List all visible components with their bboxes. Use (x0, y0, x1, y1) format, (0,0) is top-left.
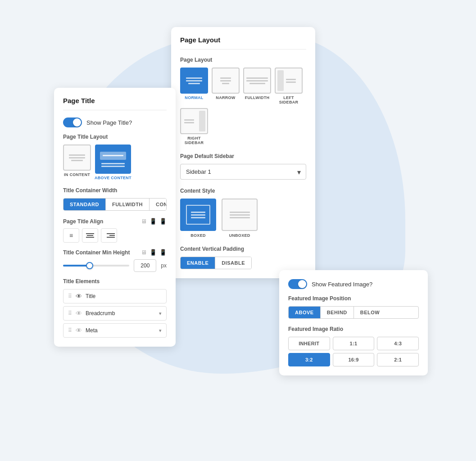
thumb-line (101, 166, 124, 167)
thumb-line (186, 77, 203, 79)
title-thumb-above-content[interactable] (95, 145, 131, 174)
align-right-btn[interactable] (101, 228, 117, 243)
position-above-btn[interactable]: ABOVE (289, 307, 320, 318)
thumb-line (286, 79, 296, 80)
ratio-section-label: Featured Image Ratio (288, 326, 419, 332)
drag-handle[interactable]: ⠿ (68, 327, 72, 334)
layout-option-right-sidebar[interactable]: RIGHTSIDEBAR (180, 108, 208, 145)
ratio-inherit-btn[interactable]: INHERIT (288, 337, 330, 350)
title-element-breadcrumb: ⠿ 👁 Breadcrumb ▾ (63, 306, 167, 321)
chevron-down-meta[interactable]: ▾ (159, 328, 162, 334)
page-layout-panel: Page Layout Page Layout NORMAL NARROW (171, 27, 315, 278)
layout-label-normal: NORMAL (185, 95, 203, 100)
drag-handle[interactable]: ⠿ (68, 293, 72, 299)
element-name-title: Title (86, 293, 162, 299)
layout-option-fullwidth[interactable]: FULLWIDTH (243, 68, 271, 104)
padding-section-label: Content Vertical Padding (180, 246, 306, 252)
mobile-icon-2[interactable]: 📱 (159, 249, 167, 256)
layout-thumb-narrow[interactable] (212, 68, 240, 94)
content-label-unboxed: UNBOXED (229, 233, 250, 238)
layout-option-narrow[interactable]: NARROW (212, 68, 240, 104)
title-layout-label: Page Title Layout (63, 134, 167, 140)
title-layout-label-in-content: IN CONTENT (64, 172, 90, 177)
thumb-line (188, 83, 199, 84)
thumb-line (191, 214, 205, 216)
tablet-icon[interactable]: 📱 (150, 218, 157, 225)
align-center-btn[interactable] (82, 228, 98, 243)
ratio-grid: INHERIT 1:1 4:3 3:2 16:9 2:1 (288, 337, 419, 366)
position-btn-group: ABOVE BEHIND BELOW (288, 306, 419, 319)
slider-thumb[interactable] (86, 262, 93, 269)
eye-slash-icon-breadcrumb[interactable]: 👁 (76, 310, 82, 317)
position-behind-btn[interactable]: BEHIND (320, 307, 354, 318)
show-title-toggle-row: Show Page Title? (63, 118, 167, 127)
thumb-line (246, 77, 268, 79)
chevron-down-breadcrumb[interactable]: ▾ (159, 311, 162, 316)
width-section-label: Title Container Width (63, 187, 167, 194)
page-layout-panel-title: Page Layout (180, 36, 306, 50)
eye-icon-title[interactable]: 👁 (76, 293, 82, 300)
thumb-line (246, 80, 268, 81)
show-featured-toggle[interactable] (288, 279, 307, 289)
ratio-4-3-btn[interactable]: 4:3 (377, 337, 419, 350)
layout-option-left-sidebar[interactable]: LEFTSIDEBAR (275, 68, 303, 104)
layout-thumb-right-sidebar[interactable] (180, 108, 208, 134)
thumb-line (71, 160, 82, 161)
featured-image-panel: Show Featured Image? Featured Image Posi… (279, 270, 428, 375)
align-left-btn[interactable]: ≡ (63, 228, 79, 243)
ratio-1-1-btn[interactable]: 1:1 (333, 337, 375, 350)
element-name-meta: Meta (86, 327, 155, 334)
ratio-2-1-btn[interactable]: 2:1 (377, 353, 419, 366)
slider-track[interactable] (63, 265, 129, 267)
page-title-panel: Page Title Show Page Title? Page Title L… (54, 88, 176, 347)
layout-option-normal[interactable]: NORMAL (180, 68, 208, 104)
content-style-label: Content Style (180, 188, 306, 194)
layout-label-narrow: NARROW (216, 95, 235, 100)
ratio-16-9-btn[interactable]: 16:9 (333, 353, 375, 366)
eye-slash-icon-meta[interactable]: 👁 (76, 327, 82, 334)
title-element-title: ⠿ 👁 Title (63, 289, 167, 303)
title-elements-list: ⠿ 👁 Title ⠿ 👁 Breadcrumb ▾ ⠿ 👁 Meta ▾ (63, 289, 167, 338)
thumb-line (103, 155, 123, 156)
content-thumb-unboxed[interactable] (222, 199, 258, 231)
title-layout-in-content[interactable]: IN CONTENT (63, 145, 91, 180)
min-height-section-row: Title Container Min Height 🖥 📱 📱 (63, 249, 167, 256)
drag-handle[interactable]: ⠿ (68, 310, 72, 316)
width-contained-btn[interactable]: CONTAINED (149, 199, 167, 210)
layout-thumb-fullwidth[interactable] (243, 68, 271, 94)
position-below-btn[interactable]: BELOW (354, 307, 386, 318)
padding-enable-btn[interactable]: ENABLE (181, 257, 215, 269)
show-title-toggle[interactable] (63, 118, 82, 127)
layout-section-label: Page Layout (180, 57, 306, 63)
content-style-options: BOXED UNBOXED (180, 199, 306, 238)
thumb-line (249, 83, 265, 84)
content-thumb-boxed[interactable] (180, 199, 216, 231)
elements-section-label: Title Elements (63, 278, 167, 285)
width-fullwidth-btn[interactable]: FULLWIDTH (105, 199, 149, 210)
ratio-3-2-btn[interactable]: 3:2 (288, 353, 330, 366)
sidebar-dropdown[interactable]: Sidebar 1 Sidebar 2 No Sidebar (180, 164, 306, 180)
desktop-icon[interactable]: 🖥 (141, 218, 147, 225)
content-label-boxed: BOXED (190, 233, 206, 238)
desktop-icon-2[interactable]: 🖥 (141, 249, 147, 256)
align-section-row: Page Title Align 🖥 📱 📱 (63, 218, 167, 225)
width-standard-btn[interactable]: STANDARD (63, 199, 105, 210)
sidebar-section-label: Page Default Sidebar (180, 153, 306, 159)
page-title-panel-title: Page Title (63, 97, 167, 110)
content-option-unboxed[interactable]: UNBOXED (222, 199, 258, 238)
slider-input[interactable]: 200 (134, 259, 156, 272)
padding-disable-btn[interactable]: DISABLE (215, 257, 251, 269)
responsive-icons: 🖥 📱 📱 (141, 218, 167, 225)
sidebar-dropdown-wrapper: Sidebar 1 Sidebar 2 No Sidebar (180, 164, 306, 180)
thumb-line (191, 217, 205, 218)
tablet-icon-2[interactable]: 📱 (150, 249, 157, 256)
thumb-line (230, 214, 250, 216)
title-layout-above-content[interactable]: ABOVE CONTENT (95, 145, 131, 180)
content-option-boxed[interactable]: BOXED (180, 199, 216, 238)
mobile-icon[interactable]: 📱 (159, 218, 167, 225)
show-featured-label: Show Featured Image? (312, 281, 372, 288)
layout-thumb-normal[interactable] (180, 68, 208, 94)
title-thumb-in-content[interactable] (63, 145, 91, 171)
thumb-line (69, 157, 86, 158)
layout-thumb-left-sidebar[interactable] (275, 68, 303, 94)
